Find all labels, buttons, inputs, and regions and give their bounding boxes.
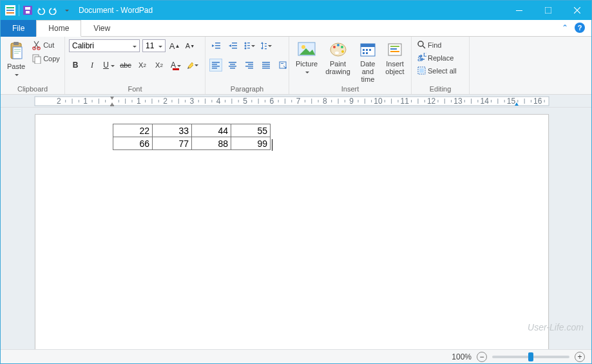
ribbon-tabs: File Home View ⌃ ?	[1, 20, 591, 37]
table-cell[interactable]: 33	[153, 124, 192, 137]
svg-text:a: a	[417, 54, 422, 62]
window-title: Document - WordPad	[76, 6, 504, 15]
subscript-icon[interactable]: X2	[136, 59, 149, 72]
maximize-button[interactable]	[533, 1, 562, 20]
table-cell[interactable]: 77	[153, 137, 192, 150]
strikethrough-icon[interactable]: abc	[119, 59, 132, 72]
cut-label: Cut	[43, 41, 54, 49]
svg-rect-40	[230, 64, 235, 65]
svg-rect-20	[215, 45, 220, 46]
qat-customize-icon[interactable]	[61, 5, 72, 16]
table-cell[interactable]: 55	[231, 124, 271, 137]
svg-rect-63	[363, 49, 365, 51]
svg-rect-41	[229, 66, 236, 67]
text-color-icon[interactable]: A	[169, 59, 182, 72]
document-table[interactable]: 22 33 44 55 66 77 88 99	[113, 124, 271, 150]
picture-button[interactable]: Picture	[293, 39, 320, 77]
underline-icon[interactable]: U	[102, 59, 115, 72]
font-name-combo[interactable]: Calibri	[69, 39, 140, 52]
find-button[interactable]: Find	[415, 39, 458, 50]
table-row[interactable]: 22 33 44 55	[113, 124, 271, 137]
svg-text:b: b	[423, 53, 426, 59]
increase-indent-icon[interactable]	[226, 39, 239, 52]
date-time-button[interactable]: Date and time	[356, 39, 380, 84]
quick-access-toolbar	[1, 5, 76, 16]
highlight-icon[interactable]	[186, 59, 199, 72]
svg-rect-76	[419, 68, 424, 73]
redo-icon[interactable]	[48, 5, 59, 16]
grow-font-icon[interactable]: A▲	[168, 39, 181, 52]
svg-rect-12	[14, 49, 21, 50]
svg-point-56	[333, 46, 336, 48]
svg-rect-52	[281, 63, 283, 64]
table-row[interactable]: 66 77 88 99	[113, 137, 271, 150]
svg-rect-44	[248, 64, 253, 65]
svg-rect-45	[245, 66, 253, 67]
group-editing-label: Editing	[415, 84, 465, 93]
close-button[interactable]	[562, 1, 591, 20]
table-cell[interactable]: 99	[231, 137, 271, 150]
select-all-button[interactable]: Select all	[415, 65, 458, 76]
save-icon[interactable]	[22, 5, 33, 16]
decrease-indent-icon[interactable]	[209, 39, 222, 52]
italic-icon[interactable]: I	[86, 59, 99, 72]
line-spacing-icon[interactable]	[260, 39, 272, 52]
svg-rect-67	[366, 52, 368, 54]
minimize-button[interactable]	[504, 1, 533, 20]
svg-rect-3	[6, 12, 14, 14]
svg-rect-19	[215, 43, 220, 44]
watermark: User-Life.com	[528, 322, 584, 332]
svg-rect-21	[215, 48, 220, 49]
paint-drawing-button[interactable]: Paint drawing	[323, 39, 353, 77]
svg-rect-23	[232, 45, 237, 46]
replace-button[interactable]: ab Replace	[415, 52, 458, 63]
page[interactable]: 22 33 44 55 66 77 88 99	[35, 114, 549, 349]
insert-object-button[interactable]: Insert object	[383, 39, 407, 77]
group-paragraph: Paragraph	[205, 37, 289, 94]
paragraph-dialog-icon[interactable]	[276, 59, 289, 72]
svg-rect-34	[265, 48, 267, 49]
copy-button[interactable]: Copy	[30, 53, 61, 64]
paste-button[interactable]: Paste	[5, 39, 28, 79]
undo-icon[interactable]	[35, 5, 46, 16]
svg-rect-14	[14, 53, 19, 53]
svg-rect-2	[6, 10, 14, 11]
find-label: Find	[428, 41, 441, 49]
cut-button[interactable]: Cut	[30, 39, 61, 51]
replace-label: Replace	[428, 54, 454, 62]
minimize-ribbon-icon[interactable]: ⌃	[562, 23, 568, 32]
zoom-slider[interactable]	[492, 356, 569, 358]
font-size-combo[interactable]: 11	[142, 39, 166, 52]
zoom-out-button[interactable]: −	[477, 352, 487, 362]
bold-icon[interactable]: B	[69, 59, 82, 72]
svg-point-72	[418, 41, 423, 46]
bullets-icon[interactable]	[243, 39, 256, 52]
superscript-icon[interactable]: X2	[153, 59, 166, 72]
table-cell[interactable]: 66	[113, 137, 153, 150]
justify-icon[interactable]	[260, 59, 272, 72]
svg-rect-18	[35, 57, 41, 64]
group-insert: Picture Paint drawing Date and time Inse…	[289, 37, 412, 94]
help-icon[interactable]: ?	[575, 23, 585, 33]
align-left-icon[interactable]	[209, 59, 222, 72]
svg-rect-10	[14, 42, 19, 45]
tab-view[interactable]: View	[81, 20, 122, 37]
table-cell[interactable]: 22	[113, 124, 153, 137]
document-area[interactable]: 22 33 44 55 66 77 88 99 User-Life.com	[1, 108, 591, 349]
group-paragraph-label: Paragraph	[209, 84, 285, 93]
table-cell[interactable]: 88	[192, 137, 231, 150]
align-right-icon[interactable]	[243, 59, 256, 72]
svg-rect-13	[14, 51, 21, 52]
svg-rect-1	[6, 7, 14, 8]
zoom-in-button[interactable]: +	[575, 352, 585, 362]
paint-label: Paint drawing	[325, 60, 350, 75]
text-cursor	[272, 139, 272, 151]
zoom-slider-thumb[interactable]	[528, 352, 533, 361]
ruler[interactable]: 2112345678910111213141516	[1, 95, 591, 108]
tab-home[interactable]: Home	[36, 20, 81, 37]
file-tab[interactable]: File	[1, 20, 36, 37]
svg-point-25	[245, 43, 247, 44]
shrink-font-icon[interactable]: A▼	[184, 39, 196, 52]
align-center-icon[interactable]	[226, 59, 239, 72]
table-cell[interactable]: 44	[192, 124, 231, 137]
